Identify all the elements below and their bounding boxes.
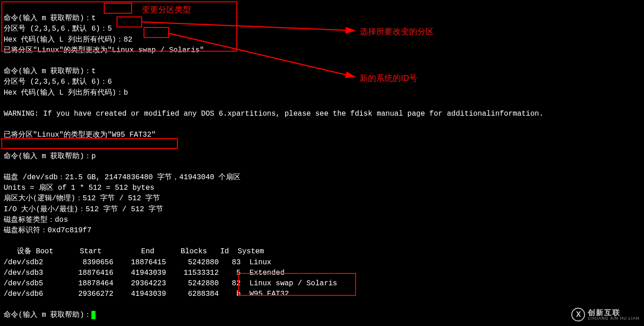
sector-info: 扇区大小(逻辑/物理)：512 字节 / 512 字节 [4, 194, 160, 203]
annotation-change-type: 变更分区类型 [142, 4, 191, 16]
watermark-main: 创新互联 [588, 309, 639, 316]
final-prompt-line[interactable]: 命令(输入 m 获取帮助)： [4, 311, 96, 319]
warning-line: WARNING: If you have created or modified… [4, 110, 543, 118]
svg-line-1 [169, 33, 355, 77]
table-row: /dev/sdb2 8390656 18876415 5242880 83 Li… [4, 258, 271, 267]
svg-line-0 [142, 22, 355, 31]
box-second-result [1, 138, 178, 149]
hex-line-2: Hex 代码(输入 L 列出所有代码)：b [4, 89, 128, 97]
cmd-line-t2: 命令(输入 m 获取帮助)：t [4, 67, 96, 75]
watermark-sub: CHUANG XIN HU LIAN [588, 316, 639, 321]
box-t-input [104, 3, 132, 14]
disk-info: 磁盘 /dev/sdb：21.5 GB, 21474836480 字节，4194… [4, 173, 240, 182]
watermark: X 创新互联 CHUANG XIN HU LIAN [571, 308, 639, 321]
table-header: 设备 Boot Start End Blocks Id System [4, 247, 264, 256]
units-info: Units = 扇区 of 1 * 512 = 512 bytes [4, 184, 154, 192]
cmd-line-p: 命令(输入 m 获取帮助)：p [4, 152, 96, 160]
ident-info: 磁盘标识符：0xd7c819f7 [4, 226, 91, 235]
arrow-new-id [169, 32, 359, 82]
partnum-line-2: 分区号 (2,3,5,6，默认 6)：6 [4, 78, 112, 86]
io-info: I/O 大小(最小/最佳)：512 字节 / 512 字节 [4, 205, 163, 214]
box-partnum-input [117, 16, 142, 27]
cursor [91, 311, 96, 319]
label-info: 磁盘标签类型：dos [4, 216, 68, 224]
watermark-icon: X [571, 308, 585, 321]
annotation-select-partition: 选择所要改变的分区 [360, 26, 434, 37]
annotation-new-id: 新的系统的ID号 [360, 72, 417, 84]
final-prompt-text: 命令(输入 m 获取帮助)： [4, 311, 91, 319]
box-table-result [238, 273, 356, 296]
